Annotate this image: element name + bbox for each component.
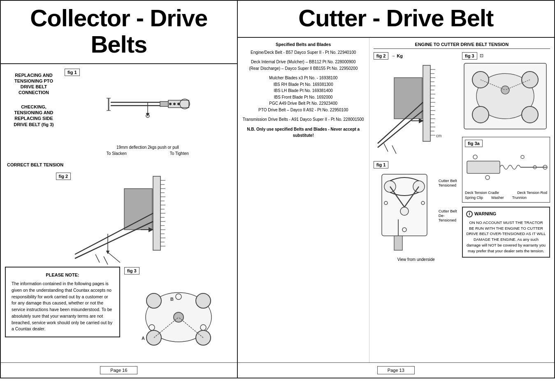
warning-label: WARNING: [474, 211, 496, 217]
specified-belts-title: Specified Belts and Blades: [242, 42, 365, 47]
svg-line-76: [392, 145, 396, 154]
replacing-heading: REPLACING AND TENSIONING PTO DRIVE BELT …: [7, 72, 60, 96]
washer-label: Washer: [491, 196, 504, 200]
fig1-labels: Cutter Belt Tensioned Cutter Belt De-Ten…: [439, 170, 459, 222]
belt-item-0: Engine/Deck Belt - B57 Dayco Super II - …: [242, 49, 365, 56]
right-page-row: Page 13: [238, 362, 554, 378]
right-content: Specified Belts and Blades Engine/Deck B…: [238, 38, 554, 362]
fig2-left-label: fig 2: [56, 173, 71, 180]
to-slacken-label: To Slacken: [107, 151, 127, 156]
fig3-left-svg: A B: [137, 276, 220, 358]
cutter-belt-detensioned: Cutter Belt De-Tensioned: [439, 209, 459, 222]
svg-point-99: [485, 175, 490, 180]
correct-belt-label: CORRECT BELT TENSION: [7, 162, 231, 167]
right-header: Cutter - Drive Belt: [238, 1, 554, 38]
left-title: Collector - Drive Belts: [9, 5, 229, 58]
left-panel: Collector - Drive Belts REPLACING AND TE…: [1, 1, 238, 378]
fig3-right-label: fig 3: [462, 52, 477, 60]
fig3a-labels: Deck Tension Cradle Deck Tension Rod Spr…: [465, 191, 547, 200]
svg-rect-52: [423, 65, 430, 141]
left-page-num: Page 16: [100, 366, 137, 374]
specified-belts-col: Specified Belts and Blades Engine/Deck B…: [238, 38, 369, 362]
right-diagrams-row: fig 2 → Kg: [374, 52, 550, 358]
fig3-right-svg: [462, 61, 548, 131]
svg-point-93: [522, 106, 538, 123]
right-page-num: Page 13: [377, 366, 415, 374]
svg-rect-87: [394, 236, 402, 250]
belt-item-2: Mulcher Blades x3 Pt No. - 16938100IBS R…: [242, 75, 365, 113]
svg-line-37: [95, 254, 100, 263]
far-right-col: fig 3 ⊡: [462, 52, 550, 358]
svg-line-38: [104, 256, 108, 265]
fig2-right-svg: cm: [374, 61, 456, 156]
svg-text:A: A: [142, 336, 145, 341]
deflection-text: 19mm deflection 2kgs push or pull: [116, 145, 179, 150]
fig1-right-svg: [374, 170, 435, 256]
view-from-underside: View from underside: [374, 257, 459, 262]
please-note-body: The information contained in the followi…: [12, 281, 114, 332]
deck-tension-rod-label: Deck Tension Rod: [517, 191, 547, 195]
svg-point-92: [472, 106, 489, 123]
warning-title: i WARNING: [466, 211, 546, 217]
svg-rect-8: [160, 101, 168, 106]
fig1-label: fig 1: [65, 69, 80, 76]
fig1-bottom-labels: To Slacken To Tighten: [107, 151, 189, 156]
svg-point-80: [400, 207, 409, 215]
left-page-row: Page 16: [1, 362, 237, 378]
left-bottom: PLEASE NOTE: The information contained i…: [1, 267, 237, 362]
to-tighten-label: To Tighten: [170, 151, 189, 156]
svg-point-10: [173, 103, 176, 105]
fig1-right-label: fig 1: [374, 161, 389, 168]
fig1-svg: [102, 78, 193, 143]
belt-item-3: Transmission Drive Belts - A91 Dayco Sup…: [242, 116, 365, 123]
fig1-right-area: fig 1: [374, 161, 459, 262]
svg-point-11: [177, 103, 180, 105]
right-panel: Cutter - Drive Belt Specified Belts and …: [238, 1, 554, 378]
svg-point-42: [146, 293, 161, 308]
checking-heading: CHECKING, TENSIONING AND REPLACING SIDE …: [7, 104, 60, 127]
fig3a-area: fig 3a: [462, 137, 550, 203]
svg-rect-71: [394, 78, 422, 119]
fig3-left-label: fig 3: [124, 267, 139, 274]
kg-arrow: → Kg: [391, 53, 403, 58]
warning-icon: i: [466, 211, 473, 217]
svg-text:B: B: [170, 297, 174, 302]
fig3-left-area: fig 3 A B: [124, 267, 233, 358]
belt-item-1: Deck Internal Drive (Mulcher) – BB112 Pt…: [242, 59, 365, 71]
svg-point-9: [169, 103, 172, 105]
left-header: Collector - Drive Belts: [1, 1, 237, 64]
svg-rect-97: [467, 161, 500, 173]
svg-point-3: [146, 114, 149, 118]
fig2-area: fig 2: [1, 172, 237, 267]
svg-point-100: [521, 155, 524, 159]
fig1-fig2-col: fig 2 → Kg: [374, 52, 459, 358]
warning-box: i WARNING ON NO ACCOUNT MUST THE TRACTOR…: [462, 207, 550, 258]
svg-line-33: [75, 221, 153, 258]
fig2-left-svg: [71, 172, 194, 267]
left-top-row: REPLACING AND TENSIONING PTO DRIVE BELT …: [1, 64, 237, 160]
svg-line-75: [384, 143, 388, 152]
please-note-box: PLEASE NOTE: The information contained i…: [5, 267, 120, 338]
svg-point-43: [196, 293, 211, 308]
fig1-area: fig 1: [65, 68, 231, 156]
svg-line-32: [75, 213, 153, 254]
trunnion-label: Trunnion: [512, 196, 527, 200]
svg-line-35: [108, 252, 120, 263]
fig3a-label: fig 3a: [465, 140, 483, 147]
correct-belt-section: CORRECT BELT TENSION: [1, 160, 237, 172]
deck-tension-cradle-label: Deck Tension Cradle: [465, 191, 499, 195]
belt-item-4: N.B. Only use specified Belts and Blades…: [242, 126, 365, 139]
svg-rect-13: [153, 176, 160, 250]
right-title: Cutter - Drive Belt: [246, 5, 546, 31]
spring-clip-label: Spring Clip: [465, 196, 483, 200]
engine-cutter-title: ENGINE TO CUTTER DRIVE BELT TENSION: [374, 42, 550, 49]
please-note-title: PLEASE NOTE:: [12, 272, 114, 279]
belts-text: Engine/Deck Belt - B57 Dayco Super II - …: [242, 49, 365, 142]
cutter-belt-tensioned: Cutter Belt Tensioned: [439, 178, 459, 187]
fig3a-label-row2: Spring Clip Washer Trunnion: [465, 196, 547, 200]
right-right-col: ENGINE TO CUTTER DRIVE BELT TENSION fig …: [369, 38, 554, 362]
fig2-right-area: fig 2 → Kg: [374, 52, 459, 157]
fig3a-svg: [465, 149, 547, 190]
fig3a-label-row1: Deck Tension Cradle Deck Tension Rod: [465, 191, 547, 195]
svg-text:cm: cm: [436, 134, 441, 138]
